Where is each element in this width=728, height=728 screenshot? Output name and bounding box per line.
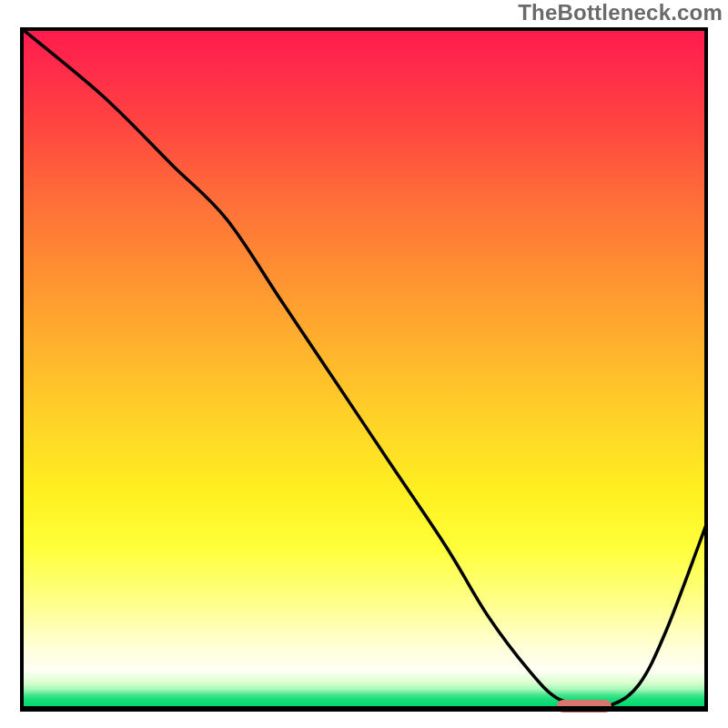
bottleneck-curve-path (20, 27, 708, 706)
watermark-text: TheBottleneck.com (518, 0, 723, 25)
chart-frame: TheBottleneck.com (0, 0, 728, 728)
optimal-range-marker (557, 700, 612, 713)
plot-area (20, 27, 708, 712)
curve-svg (20, 27, 708, 712)
